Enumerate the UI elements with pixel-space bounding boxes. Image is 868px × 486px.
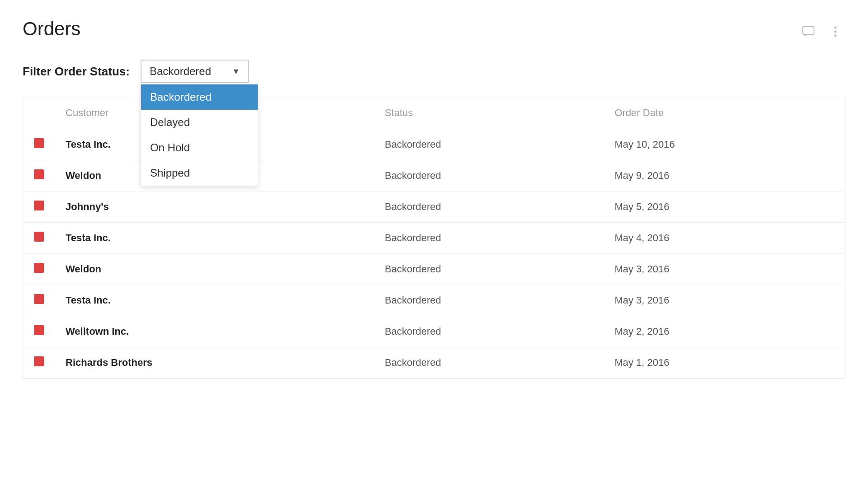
row-order-date: May 3, 2016 (604, 285, 845, 316)
table-row: Welltown Inc. Backordered May 2, 2016 (23, 316, 845, 347)
row-icon-cell (23, 129, 55, 160)
row-customer: Richards Brothers (55, 347, 374, 379)
row-icon-cell (23, 223, 55, 254)
svg-point-1 (835, 27, 837, 29)
table-row: Weldon Backordered May 3, 2016 (23, 254, 845, 285)
status-icon (34, 356, 44, 366)
row-order-date: May 9, 2016 (604, 160, 845, 192)
status-icon (34, 201, 44, 210)
row-customer: Welltown Inc. (55, 316, 374, 347)
header-actions (798, 18, 845, 42)
row-order-date: May 5, 2016 (604, 192, 845, 223)
status-icon (34, 169, 44, 179)
row-status: Backordered (374, 192, 604, 223)
row-customer: Testa Inc. (55, 223, 374, 254)
row-status: Backordered (374, 316, 604, 347)
row-icon-cell (23, 285, 55, 316)
page-header: Orders (23, 18, 845, 42)
row-icon-cell (23, 316, 55, 347)
page-title: Orders (23, 18, 80, 40)
row-icon-cell (23, 192, 55, 223)
row-customer: Weldon (55, 254, 374, 285)
row-status: Backordered (374, 223, 604, 254)
row-customer: Testa Inc. (55, 285, 374, 316)
filter-dropdown-wrapper: Backordered ▼ Backordered Delayed On Hol… (141, 60, 249, 83)
dropdown-item-backordered[interactable]: Backordered (141, 84, 258, 110)
row-customer: Johnny's (55, 192, 374, 223)
chat-icon (802, 25, 815, 38)
col-icon (23, 97, 55, 129)
chevron-down-icon: ▼ (232, 67, 240, 76)
dropdown-item-on-hold[interactable]: On Hold (141, 135, 258, 160)
status-icon (34, 138, 44, 148)
row-status: Backordered (374, 347, 604, 379)
row-status: Backordered (374, 160, 604, 192)
row-status: Backordered (374, 285, 604, 316)
table-row: Testa Inc. Backordered May 4, 2016 (23, 223, 845, 254)
table-row: Johnny's Backordered May 5, 2016 (23, 192, 845, 223)
status-icon (34, 263, 44, 273)
filter-selected-value: Backordered (150, 65, 211, 78)
row-order-date: May 4, 2016 (604, 223, 845, 254)
row-icon-cell (23, 160, 55, 192)
row-status: Backordered (374, 254, 604, 285)
filter-label: Filter Order Status: (23, 65, 130, 79)
table-row: Richards Brothers Backordered May 1, 201… (23, 347, 845, 379)
status-icon (34, 232, 44, 242)
more-icon (829, 25, 842, 38)
status-icon (34, 325, 44, 335)
svg-point-2 (835, 31, 837, 33)
row-order-date: May 2, 2016 (604, 316, 845, 347)
row-order-date: May 3, 2016 (604, 254, 845, 285)
row-order-date: May 10, 2016 (604, 129, 845, 160)
filter-row: Filter Order Status: Backordered ▼ Backo… (23, 60, 845, 83)
svg-point-3 (835, 34, 837, 37)
dropdown-item-shipped[interactable]: Shipped (141, 160, 258, 186)
filter-dropdown-trigger[interactable]: Backordered ▼ (141, 60, 249, 83)
dropdown-item-delayed[interactable]: Delayed (141, 110, 258, 135)
row-status: Backordered (374, 129, 604, 160)
col-status: Status (374, 97, 604, 129)
more-button[interactable] (826, 22, 845, 42)
col-order-date: Order Date (604, 97, 845, 129)
row-icon-cell (23, 347, 55, 379)
status-icon (34, 294, 44, 304)
row-icon-cell (23, 254, 55, 285)
svg-rect-0 (803, 27, 814, 35)
filter-dropdown-menu: Backordered Delayed On Hold Shipped (141, 84, 258, 186)
table-row: Testa Inc. Backordered May 3, 2016 (23, 285, 845, 316)
row-order-date: May 1, 2016 (604, 347, 845, 379)
chat-button[interactable] (798, 22, 818, 42)
